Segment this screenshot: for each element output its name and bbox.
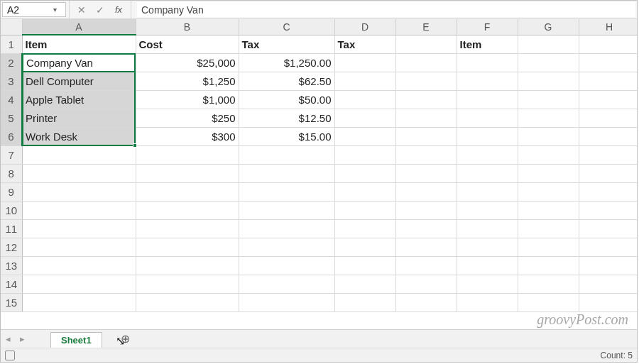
cell-F8[interactable] (457, 164, 518, 182)
cell-B6[interactable]: $300 (136, 127, 239, 145)
cell-A6[interactable]: Work Desk (22, 127, 136, 145)
cell-G1[interactable] (518, 35, 579, 53)
cell-A10[interactable] (22, 201, 136, 219)
cell-H7[interactable] (579, 145, 637, 164)
cell-C12[interactable] (239, 238, 334, 256)
cell-E9[interactable] (395, 182, 457, 201)
cell-C2[interactable]: $1,250.00 (239, 53, 334, 72)
cell-D5[interactable] (334, 109, 395, 127)
cell-C6[interactable]: $15.00 (239, 127, 334, 145)
cell-E13[interactable] (395, 256, 457, 275)
cell-A8[interactable] (22, 164, 136, 182)
cell-D14[interactable] (334, 275, 395, 293)
col-header-F[interactable]: F (457, 19, 518, 35)
cell-D4[interactable] (334, 90, 395, 109)
cell-F10[interactable] (457, 201, 518, 219)
cell-A9[interactable] (22, 182, 136, 201)
cell-F1[interactable]: Item (457, 35, 518, 53)
cell-F9[interactable] (457, 182, 518, 201)
cell-D2[interactable] (334, 53, 395, 72)
cell-G9[interactable] (518, 182, 579, 201)
cell-C9[interactable] (239, 182, 334, 201)
cell-F15[interactable] (457, 293, 518, 311)
prev-sheet-icon[interactable]: ◂ (1, 333, 15, 344)
col-header-E[interactable]: E (395, 19, 457, 35)
row-header-3[interactable]: 3 (1, 72, 22, 90)
cell-H14[interactable] (579, 275, 637, 293)
cell-D15[interactable] (334, 293, 395, 311)
col-header-H[interactable]: H (579, 19, 637, 35)
insert-function-button[interactable]: fx (109, 1, 128, 18)
cell-F6[interactable] (457, 127, 518, 145)
cell-D7[interactable] (334, 145, 395, 164)
cell-F4[interactable] (457, 90, 518, 109)
cell-A13[interactable] (22, 256, 136, 275)
cell-G7[interactable] (518, 145, 579, 164)
cell-A4[interactable]: Apple Tablet (22, 90, 136, 109)
formula-input[interactable]: Company Van (137, 2, 635, 17)
cell-F13[interactable] (457, 256, 518, 275)
cell-B11[interactable] (136, 219, 239, 238)
next-sheet-icon[interactable]: ▸ (15, 333, 29, 344)
cell-E15[interactable] (395, 293, 457, 311)
cell-D10[interactable] (334, 201, 395, 219)
cell-H4[interactable] (579, 90, 637, 109)
cell-D12[interactable] (334, 238, 395, 256)
cell-B9[interactable] (136, 182, 239, 201)
confirm-formula-button[interactable]: ✓ (91, 1, 109, 18)
cell-C3[interactable]: $62.50 (239, 72, 334, 90)
cell-A12[interactable] (22, 238, 136, 256)
cell-G4[interactable] (518, 90, 579, 109)
cell-A3[interactable]: Dell Computer (22, 72, 136, 90)
cell-H12[interactable] (579, 238, 637, 256)
cell-H3[interactable] (579, 72, 637, 90)
row-header-4[interactable]: 4 (1, 90, 22, 109)
cell-B1[interactable]: Cost (136, 35, 239, 53)
row-header-5[interactable]: 5 (1, 109, 22, 127)
cell-G6[interactable] (518, 127, 579, 145)
cell-B12[interactable] (136, 238, 239, 256)
cell-A7[interactable] (22, 145, 136, 164)
row-header-11[interactable]: 11 (1, 219, 22, 238)
cell-G14[interactable] (518, 275, 579, 293)
cell-C15[interactable] (239, 293, 334, 311)
cell-D8[interactable] (334, 164, 395, 182)
cell-C5[interactable]: $12.50 (239, 109, 334, 127)
cell-F11[interactable] (457, 219, 518, 238)
row-header-10[interactable]: 10 (1, 201, 22, 219)
cell-F3[interactable] (457, 72, 518, 90)
cell-G10[interactable] (518, 201, 579, 219)
cell-C8[interactable] (239, 164, 334, 182)
cell-B10[interactable] (136, 201, 239, 219)
cell-E14[interactable] (395, 275, 457, 293)
cell-E11[interactable] (395, 219, 457, 238)
cell-F7[interactable] (457, 145, 518, 164)
row-header-14[interactable]: 14 (1, 275, 22, 293)
cell-E5[interactable] (395, 109, 457, 127)
cell-B13[interactable] (136, 256, 239, 275)
cell-C13[interactable] (239, 256, 334, 275)
cell-F5[interactable] (457, 109, 518, 127)
cell-F2[interactable] (457, 53, 518, 72)
cell-C10[interactable] (239, 201, 334, 219)
cell-G5[interactable] (518, 109, 579, 127)
cell-G11[interactable] (518, 219, 579, 238)
cell-C4[interactable]: $50.00 (239, 90, 334, 109)
cell-E1[interactable] (395, 35, 457, 53)
cell-B15[interactable] (136, 293, 239, 311)
sheet-tab-active[interactable]: Sheet1 (50, 332, 102, 348)
cell-G2[interactable] (518, 53, 579, 72)
row-header-12[interactable]: 12 (1, 238, 22, 256)
cell-H5[interactable] (579, 109, 637, 127)
cell-H8[interactable] (579, 164, 637, 182)
col-header-B[interactable]: B (136, 19, 239, 35)
col-header-A[interactable]: A (22, 19, 136, 35)
cell-D13[interactable] (334, 256, 395, 275)
select-all-corner[interactable] (1, 19, 22, 35)
cell-H6[interactable] (579, 127, 637, 145)
cell-E6[interactable] (395, 127, 457, 145)
cell-C11[interactable] (239, 219, 334, 238)
add-sheet-button[interactable]: ⊕ (118, 332, 133, 346)
cell-D11[interactable] (334, 219, 395, 238)
row-header-13[interactable]: 13 (1, 256, 22, 275)
